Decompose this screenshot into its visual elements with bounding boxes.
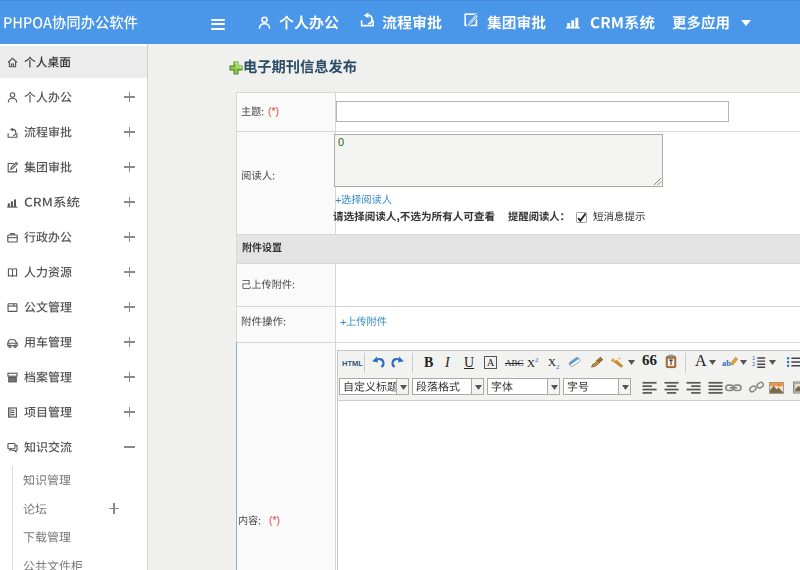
svg-text:ab: ab xyxy=(722,359,731,368)
svg-text:2: 2 xyxy=(752,361,755,367)
svg-text:1: 1 xyxy=(752,355,755,361)
